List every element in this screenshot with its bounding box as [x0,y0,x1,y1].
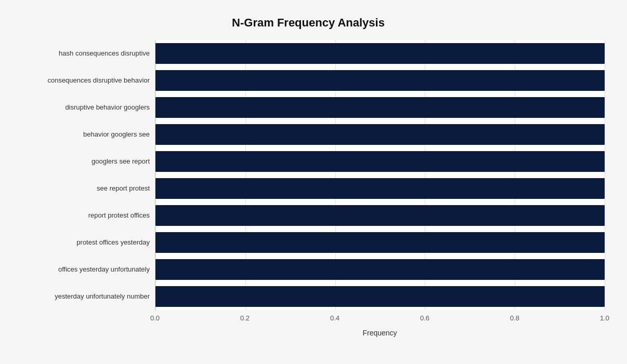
y-label: offices yesterday unfortunately [12,265,150,274]
x-tick: 0.6 [420,314,429,322]
y-labels: hash consequences disruptiveconsequences… [12,40,155,310]
y-label: see report protest [12,184,150,193]
bar [155,43,605,64]
bar [155,259,605,280]
chart-area: hash consequences disruptiveconsequences… [12,40,605,310]
y-label: report protest offices [12,211,150,220]
y-label: consequences disruptive behavior [12,76,150,85]
chart-container: N-Gram Frequency Analysis hash consequen… [7,6,620,359]
grid-line [605,40,605,310]
bar-row [155,176,605,201]
y-label: hash consequences disruptive [12,49,150,58]
y-label: yesterday unfortunately number [12,292,150,301]
x-axis-label: Frequency [155,329,605,337]
bar-row [155,122,605,147]
bar [155,151,605,172]
bar-row [155,230,605,255]
x-axis: 0.00.20.40.60.81.0 [155,310,605,314]
bar-row [155,284,605,309]
chart-title: N-Gram Frequency Analysis [12,16,605,30]
x-tick: 0.2 [240,314,250,322]
bar [155,286,605,307]
x-tick: 0.4 [330,314,339,322]
bar-row [155,41,605,66]
y-label: googlers see report [12,157,150,166]
y-label: protest offices yesterday [12,238,150,247]
bar-row [155,68,605,93]
bar [155,205,605,226]
bar [155,232,605,253]
bar [155,97,605,118]
y-label: disruptive behavior googlers [12,103,150,112]
y-label: behavior googlers see [12,130,150,139]
bar-row [155,203,605,228]
x-tick: 0.0 [150,314,160,322]
bars-area [155,40,605,310]
bar [155,70,605,91]
bar-row [155,257,605,282]
x-tick: 1.0 [600,314,609,322]
bar-row [155,95,605,120]
bar [155,178,605,199]
x-tick: 0.8 [510,314,519,322]
bar [155,124,605,145]
bar-row [155,149,605,174]
